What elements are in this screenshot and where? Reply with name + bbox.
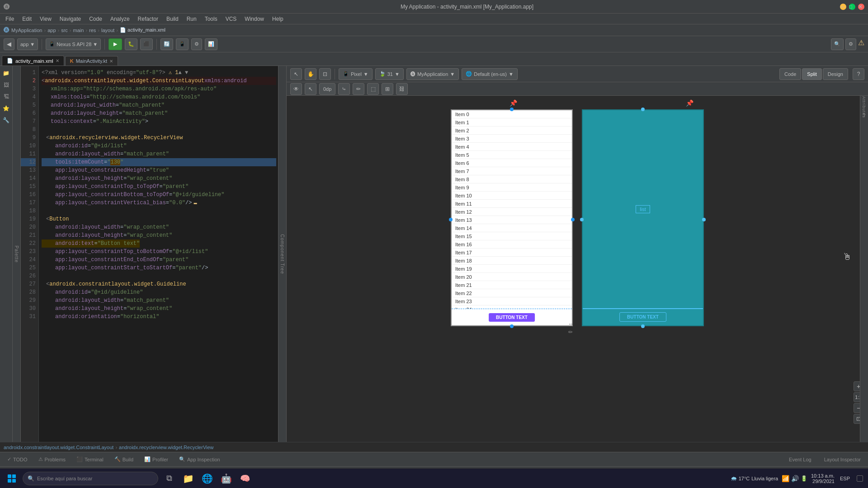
language-display[interactable]: ESP [838,476,852,481]
profiler-icon: 📊 [144,456,151,462]
code-editor[interactable]: 1 2 3 4 5 6 7 8 9 10 11 12 13 14 15 16 1… [21,66,278,442]
breadcrumb-main[interactable]: main [73,28,84,33]
blueprint-handle-left[interactable] [582,207,583,211]
code-view-tab[interactable]: Code [779,68,801,80]
settings-button[interactable]: ⚙ [845,38,856,50]
constraint-dot-left[interactable] [449,218,453,221]
blueprint-dot-bottom[interactable] [641,324,645,328]
close-button[interactable]: ✕ [858,4,864,10]
recyclerview-path[interactable]: androidx.recyclerview.widget.RecyclerVie… [119,445,214,450]
resize-handle[interactable]: ↔ [568,321,574,327]
avd-button[interactable]: 📱 [176,38,189,50]
breadcrumb-app[interactable]: app [47,28,56,33]
menu-vcs[interactable]: VCS [222,15,241,23]
sync-button[interactable]: 🔄 [160,38,173,50]
connector-btn[interactable]: ⤷ [338,83,350,95]
pen-btn[interactable]: ✏ [353,83,364,95]
device-selector[interactable]: 📱 Nexus S API 28 ▼ [46,38,101,50]
taskbar-search[interactable]: 🔍 Escribe aquí para buscar [23,472,158,485]
debug-button[interactable]: 🐛 [125,38,137,50]
network-icon[interactable]: 📶 [782,475,789,482]
project-icon[interactable]: 📁 [1,68,12,79]
app-inspection-tab[interactable]: 🔍 App Inspection [175,455,224,463]
pan-tool-btn[interactable]: ✋ [305,68,316,80]
chain-btn[interactable]: ⛓ [396,83,408,95]
eye-btn[interactable]: 👁 [290,83,302,95]
zoom-fit-btn[interactable]: ⊡ [319,68,331,80]
constraint-layout-path[interactable]: androidx.constraintlayout.widget.Constra… [4,445,113,450]
profiler-tab[interactable]: 📊 Profiler [141,455,172,463]
constraint-dot-top[interactable] [510,108,514,111]
cursor-btn[interactable]: ↖ [305,83,316,95]
stop-button[interactable]: ⬛ [140,38,153,50]
breadcrumb-src[interactable]: src [61,28,68,33]
menu-navigate[interactable]: Navigate [56,15,85,23]
blueprint-dot-top[interactable] [641,108,645,111]
explorer-button[interactable]: 📁 [180,470,196,487]
menu-window[interactable]: Window [241,15,268,23]
menu-build[interactable]: Build [163,15,182,23]
menu-view[interactable]: View [36,15,55,23]
show-desktop-button[interactable] [855,474,864,483]
battery-icon[interactable]: 🔋 [801,475,807,482]
tab-activity-main[interactable]: 📄 activity_main.xml ✕ [2,56,64,66]
profiler-button[interactable]: 📊 [205,38,217,50]
menu-code[interactable]: Code [85,15,106,23]
align-btn[interactable]: ⬚ [367,83,379,95]
sdk-button[interactable]: ⚙ [191,38,202,50]
device-dropdown[interactable]: 📱 Pixel ▼ [339,68,373,80]
blueprint-handle-right[interactable] [703,207,704,211]
menu-file[interactable]: File [2,15,18,23]
start-button[interactable] [4,470,20,487]
back-button[interactable]: ◀ [4,38,14,50]
code-content[interactable]: <?xml version="1.0" encoding="utf-8"?> ⚠… [40,66,278,442]
tab-kt-close[interactable]: ✕ [109,59,113,64]
help-btn[interactable]: ? [853,68,864,80]
api-dropdown[interactable]: 🍃 31 ▼ [375,68,404,80]
breadcrumb-res[interactable]: res [89,28,96,33]
distribute-btn[interactable]: ⊞ [382,83,393,95]
taskview-button[interactable]: ⧉ [161,470,177,487]
constraint-dot-bottom[interactable] [510,324,514,328]
terminal-tab[interactable]: ⬛ Terminal [73,455,107,463]
menu-run[interactable]: Run [183,15,200,23]
android-studio-taskbar[interactable]: 🤖 [218,470,234,487]
split-view-tab[interactable]: Split [802,68,821,80]
breadcrumb-myapplication[interactable]: MyApplication [11,28,42,33]
maximize-button[interactable]: □ [849,4,855,10]
weather-widget[interactable]: 🌧 17°C Lluvia ligera [731,475,778,482]
menu-tools[interactable]: Tools [201,15,221,23]
tab-xml-close[interactable]: ✕ [56,58,59,63]
zoom-dropdown[interactable]: 0dp [319,83,335,95]
intellij-button[interactable]: 🧠 [237,470,253,487]
todo-tab[interactable]: ✓ TODO [4,455,31,463]
constraint-dot-right[interactable] [571,218,575,221]
menu-help[interactable]: Help [269,15,287,23]
minimize-button[interactable]: ─ [840,4,846,10]
build-variants-icon[interactable]: 🔧 [1,115,12,126]
window-controls[interactable]: ─ □ ✕ [840,4,864,10]
select-tool-btn[interactable]: ↖ [290,68,302,80]
menu-refactor[interactable]: Refactor [134,15,162,23]
app-theme-dropdown[interactable]: 🅐 MyApplication ▼ [406,68,459,80]
event-log-tab[interactable]: Event Log [785,456,815,463]
locale-dropdown[interactable]: 🌐 Default (en-us) ▼ [462,68,518,80]
build-variant-button[interactable]: app ▼ [17,38,38,50]
run-button[interactable]: ▶ [108,38,122,50]
layout-inspector-tab[interactable]: Layout Inspector [821,456,864,463]
menu-edit[interactable]: Edit [19,15,35,23]
design-view-tab[interactable]: Design [823,68,848,80]
problems-tab[interactable]: ⚠ Problems [35,455,69,463]
search-button[interactable]: 🔍 [831,38,844,50]
breadcrumb-layout[interactable]: layout [101,28,114,33]
favorites-icon[interactable]: ⭐ [1,103,12,114]
resource-manager-icon[interactable]: 🖼 [1,80,12,90]
tab-mainactivity[interactable]: K MainActivity.kt ✕ [65,56,118,66]
blueprint-dot-right[interactable] [702,218,706,221]
chrome-button[interactable]: 🌐 [199,470,215,487]
menu-analyze[interactable]: Analyze [107,15,133,23]
structure-icon[interactable]: 🏗 [1,91,12,102]
build-tab[interactable]: 🔨 Build [111,455,137,463]
volume-icon[interactable]: 🔊 [791,475,799,482]
blueprint-dot-left[interactable] [580,218,584,221]
